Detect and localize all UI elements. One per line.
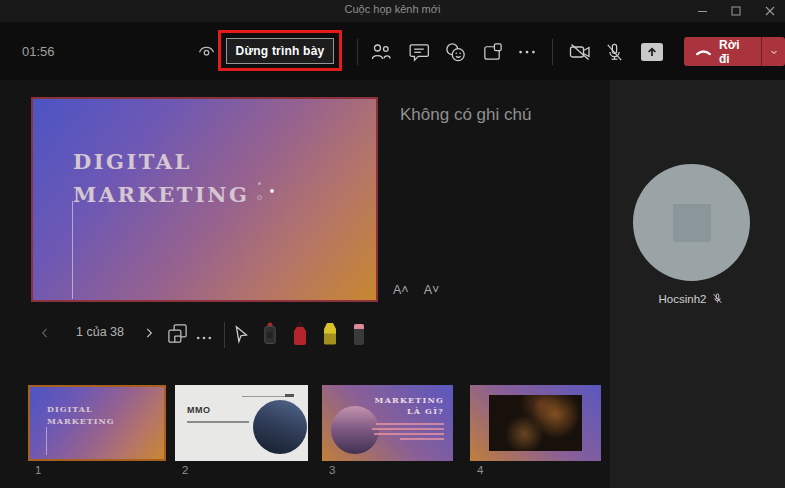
teams-meeting-window: Cuộc họp kênh mới 01:56 Dừng trình bày xyxy=(0,0,785,488)
current-slide-canvas[interactable]: DIGITAL MARKETING xyxy=(31,97,378,302)
leave-button-label: Rời đi xyxy=(719,38,751,66)
hang-up-icon xyxy=(695,46,712,58)
mic-off-icon[interactable] xyxy=(600,38,628,66)
presentation-stage: DIGITAL MARKETING Không có ghi chú A˄ A˅… xyxy=(0,80,785,488)
camera-off-icon[interactable] xyxy=(566,38,594,66)
thumbnail-slide-title: DIGITAL MARKETING xyxy=(47,403,115,427)
toolbar-divider xyxy=(357,39,358,65)
titlebar: Cuộc họp kênh mới xyxy=(0,0,785,22)
minimize-icon[interactable] xyxy=(695,4,709,18)
font-smaller-button[interactable]: A˅ xyxy=(424,283,440,297)
thumbnail-body-text-bars xyxy=(372,423,444,440)
window-controls xyxy=(695,0,777,22)
font-larger-button[interactable]: A˄ xyxy=(393,283,409,297)
participant-avatar[interactable] xyxy=(633,164,750,281)
highlighter-tool-icon[interactable] xyxy=(318,320,342,347)
breakout-rooms-icon[interactable] xyxy=(478,38,506,66)
eraser-tool-icon[interactable] xyxy=(348,320,370,347)
chat-icon[interactable] xyxy=(404,38,432,66)
laser-pointer-tool-icon[interactable] xyxy=(258,320,282,347)
more-tools-icon[interactable] xyxy=(194,328,214,348)
cursor-tool-icon[interactable] xyxy=(230,323,252,347)
participant-name-row: Hocsinh2 xyxy=(623,292,760,305)
thumbnail-number: 3 xyxy=(329,464,335,476)
reactions-icon[interactable] xyxy=(441,38,469,66)
mic-muted-icon xyxy=(711,292,724,305)
speaker-notes-placeholder: Không có ghi chú xyxy=(400,105,531,125)
leave-button[interactable]: Rời đi xyxy=(684,37,785,66)
thumbnail-slide-title: MMO xyxy=(187,405,211,415)
share-tray-icon[interactable] xyxy=(638,38,666,66)
presenter-eye-icon[interactable] xyxy=(196,40,217,61)
slide-thumbnail-2[interactable]: MMO xyxy=(175,385,308,461)
slide-counter: 1 của 38 xyxy=(58,325,142,339)
annotation-highlight-box: Dừng trình bày xyxy=(218,30,342,71)
people-icon[interactable] xyxy=(367,38,395,66)
thumbnail-number: 4 xyxy=(477,464,483,476)
avatar-placeholder-image xyxy=(673,204,711,242)
slide-decoration-dot xyxy=(257,195,262,200)
meeting-toolbar: 01:56 Dừng trình bày xyxy=(0,22,785,80)
chevron-down-icon[interactable] xyxy=(762,37,785,66)
thumbnail-decoration-line xyxy=(46,427,47,455)
meeting-timer: 01:56 xyxy=(22,44,55,59)
slide-decoration-dot xyxy=(270,189,274,193)
notes-font-controls: A˄ A˅ xyxy=(393,283,439,297)
participant-name: Hocsinh2 xyxy=(659,293,707,305)
close-icon[interactable] xyxy=(763,4,777,18)
thumbnail-number: 2 xyxy=(182,464,188,476)
more-icon[interactable] xyxy=(513,38,541,66)
slide-thumbnail-1[interactable]: DIGITAL MARKETING xyxy=(28,385,166,461)
maximize-icon[interactable] xyxy=(729,4,743,18)
slide-thumbnail-4[interactable] xyxy=(470,385,601,461)
thumbnail-photo xyxy=(489,395,582,451)
thumbnail-slide-title: MARKETING LÀ GÌ? xyxy=(375,395,444,417)
grid-view-icon[interactable] xyxy=(166,322,189,345)
thumbnail-decoration-mark xyxy=(285,394,294,397)
thumbnail-circle-image xyxy=(253,400,307,454)
slide-title: DIGITAL MARKETING xyxy=(73,145,249,211)
thumbnail-number: 1 xyxy=(35,464,41,476)
slide-thumbnail-3[interactable]: MARKETING LÀ GÌ? xyxy=(322,385,453,461)
previous-slide-icon[interactable] xyxy=(38,326,52,340)
toolbar-divider xyxy=(552,39,553,65)
thumbnail-subtitle-bar xyxy=(187,421,249,423)
stop-presenting-button[interactable]: Dừng trình bày xyxy=(226,38,335,64)
participants-panel xyxy=(610,80,785,488)
next-slide-icon[interactable] xyxy=(142,326,156,340)
slide-decoration-dot xyxy=(258,182,261,185)
tools-divider xyxy=(224,322,225,348)
meeting-title: Cuộc họp kênh mới xyxy=(0,3,785,15)
slide-decoration-line xyxy=(72,201,73,299)
red-pen-tool-icon[interactable] xyxy=(288,320,312,347)
